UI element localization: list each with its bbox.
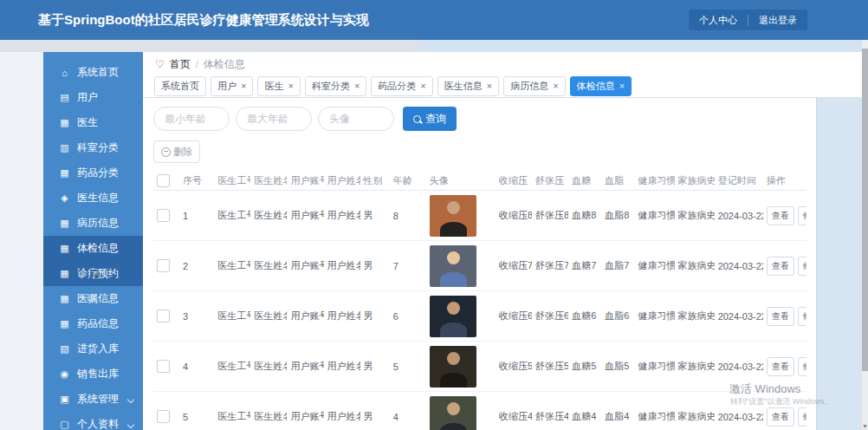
sidebar-item-profile[interactable]: ▢个人资料: [43, 412, 143, 430]
max-age-input[interactable]: [236, 107, 312, 131]
tab-药品分类[interactable]: 药品分类×: [371, 76, 432, 96]
cell-user-name: 用户姓名4: [324, 392, 360, 430]
cell-gender: 男: [360, 392, 390, 430]
cell-diastolic: 舒张压4: [532, 392, 568, 430]
sidebar-item-appointment[interactable]: ▦诊疗预约: [43, 261, 143, 286]
column-header: 血脂: [601, 172, 634, 191]
sidebar-item-label: 进货入库: [77, 342, 119, 356]
query-button-label: 查询: [425, 112, 446, 127]
sidebar-item-doctor-info[interactable]: ◈医生信息: [43, 186, 143, 211]
edit-button[interactable]: 修改: [798, 407, 806, 427]
cell-user-name: 用户姓名6: [324, 291, 360, 342]
view-button[interactable]: 查看: [767, 407, 794, 427]
content-body: 查询 删除 序号医生工号医生姓名用户账号用户姓名性别年龄头像收缩压舒张压血糖血脂…: [143, 98, 863, 430]
view-button[interactable]: 查看: [767, 357, 794, 376]
cell-age: 6: [390, 291, 426, 342]
cell-systolic: 收缩压8: [496, 191, 532, 241]
cell-blood-lipid: 血脂7: [601, 241, 634, 291]
cell-avatar: [426, 191, 496, 241]
close-icon[interactable]: ×: [619, 81, 625, 91]
sidebar-item-physical-exam[interactable]: ▦体检信息: [43, 236, 143, 261]
close-icon[interactable]: ×: [420, 81, 425, 91]
sidebar-item-sales-out[interactable]: ◉销售出库: [43, 362, 143, 387]
edit-button[interactable]: 修改: [798, 257, 806, 276]
sidebar-item-medical-orders[interactable]: ▦医嘱信息: [43, 286, 143, 311]
sidebar-item-dept-category[interactable]: ▥科室分类: [43, 135, 143, 160]
breadcrumb-home[interactable]: 首页: [170, 57, 191, 72]
edit-button[interactable]: 修改: [798, 206, 806, 225]
sidebar-item-drug-info[interactable]: ▦药品信息: [43, 311, 143, 336]
delete-button[interactable]: 删除: [153, 140, 200, 163]
row-checkbox[interactable]: [157, 309, 170, 322]
close-icon[interactable]: ×: [553, 81, 558, 91]
cell-avatar: [426, 241, 496, 291]
profile-center-button[interactable]: 个人中心: [689, 10, 748, 30]
cell-systolic: 收缩压7: [496, 241, 532, 291]
tab-医生信息[interactable]: 医生信息×: [437, 76, 499, 96]
cell-blood-sugar: 血糖6: [568, 291, 601, 342]
sidebar-item-label: 用户: [77, 90, 98, 105]
sidebar-item-system-mgmt[interactable]: ▣系统管理: [43, 387, 143, 412]
sidebar: ⌂系统首页▤用户▦医生▥科室分类▦药品分类◈医生信息▦病历信息▦体检信息▦诊疗预…: [43, 52, 143, 430]
cell-user-account: 用户账号5: [287, 342, 323, 392]
sidebar-item-medical-records[interactable]: ▦病历信息: [43, 211, 143, 236]
cell-user-account: 用户账号6: [287, 291, 323, 342]
page-title: 基于SpringBoot的社区居民诊疗健康管理系统设计与实现: [38, 12, 369, 29]
cell-health-habit: 健康习惯8: [634, 191, 674, 241]
tab-体检信息[interactable]: 体检信息×: [570, 76, 632, 96]
tab-用户[interactable]: 用户×: [211, 76, 253, 96]
chevron-down-icon: [127, 421, 134, 428]
row-checkbox[interactable]: [157, 410, 170, 423]
cell-doctor-id: 医生工号4: [214, 392, 250, 430]
row-checkbox[interactable]: [157, 209, 170, 222]
cell-actions: 查看修改: [763, 342, 806, 392]
cell-index: 2: [179, 241, 214, 291]
view-button[interactable]: 查看: [767, 307, 794, 326]
cell-diastolic: 舒张压7: [532, 241, 568, 291]
tab-科室分类[interactable]: 科室分类×: [305, 76, 366, 96]
tab-系统首页[interactable]: 系统首页: [154, 76, 206, 96]
sidebar-item-doctors[interactable]: ▦医生: [43, 110, 143, 135]
close-icon[interactable]: ×: [354, 81, 360, 91]
logout-button[interactable]: 退出登录: [748, 10, 807, 30]
close-icon[interactable]: ×: [288, 81, 293, 91]
query-button[interactable]: 查询: [403, 107, 457, 131]
row-checkbox[interactable]: [157, 360, 170, 373]
sidebar-item-home[interactable]: ⌂系统首页: [43, 60, 143, 85]
pin-icon: ◈: [58, 192, 71, 204]
tab-label: 医生: [264, 80, 283, 93]
cell-health-habit: 健康习惯6: [634, 291, 674, 342]
close-icon[interactable]: ×: [487, 81, 492, 91]
view-button[interactable]: 查看: [767, 257, 794, 276]
min-age-input[interactable]: [153, 107, 230, 131]
grid-icon: ▦: [58, 167, 71, 179]
avatar-input[interactable]: [318, 107, 394, 131]
cell-blood-sugar: 血糖7: [568, 241, 601, 291]
close-icon[interactable]: ×: [241, 81, 246, 91]
sidebar-item-stock-in[interactable]: ▧进货入库: [43, 336, 143, 362]
breadcrumb-separator: /: [196, 59, 198, 69]
tab-label: 系统首页: [161, 80, 199, 93]
cell-diastolic: 舒张压6: [532, 291, 568, 342]
grid-icon: ▦: [58, 117, 71, 128]
scrollbar-down-arrow[interactable]: ▼: [862, 422, 868, 430]
sidebar-item-users[interactable]: ▤用户: [43, 85, 143, 110]
delete-button-label: 删除: [174, 146, 193, 159]
tab-label: 体检信息: [577, 80, 615, 93]
edit-button[interactable]: 修改: [798, 307, 806, 326]
cell-reg-date: 2024-03-22: [715, 342, 763, 392]
grid-icon: ▦: [58, 268, 71, 279]
scrollbar-thumb[interactable]: [862, 49, 868, 371]
sidebar-item-label: 病历信息: [77, 216, 119, 231]
cell-health-habit: 健康习惯7: [634, 241, 674, 291]
edit-button[interactable]: 修改: [798, 357, 806, 376]
cell-age: 4: [390, 392, 426, 430]
printer-icon: ▧: [58, 343, 71, 355]
sidebar-item-drug-category[interactable]: ▦药品分类: [43, 160, 143, 186]
view-button[interactable]: 查看: [767, 206, 794, 225]
select-all-checkbox[interactable]: [157, 174, 170, 187]
tab-医生[interactable]: 医生×: [257, 76, 300, 96]
row-checkbox[interactable]: [157, 259, 170, 272]
tab-病历信息[interactable]: 病历信息×: [503, 76, 565, 96]
vertical-scrollbar[interactable]: ▼: [862, 40, 868, 430]
